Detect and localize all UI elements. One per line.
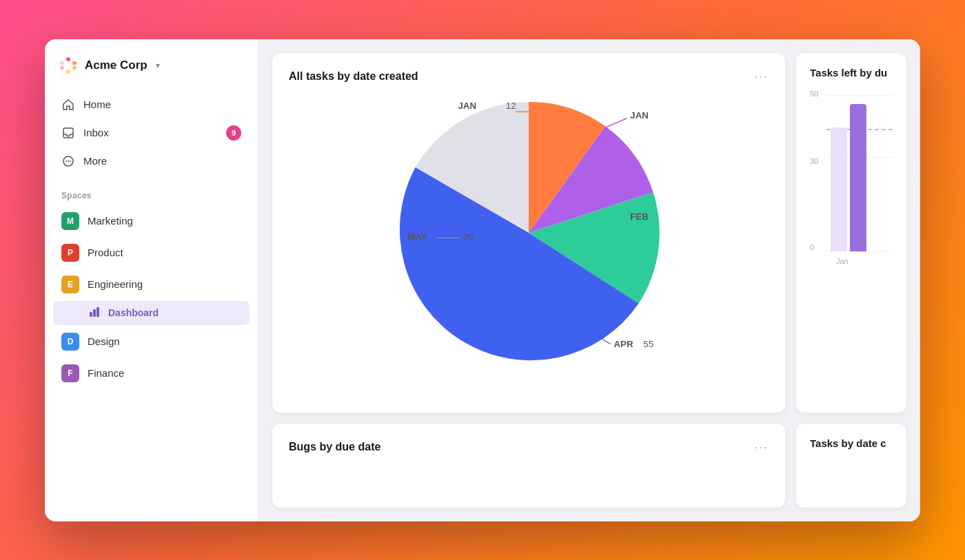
bugs-card-title: Bugs by due date <box>289 441 380 453</box>
dashboard-icon <box>89 307 100 320</box>
nav-more-label: More <box>83 155 107 167</box>
workspace-logo-icon <box>59 56 78 75</box>
y-label-30: 30 <box>810 157 818 165</box>
pie-chart-container: MAY 36 JAN 12 JAN 17 FEB 25 <box>289 95 769 371</box>
finance-icon: F <box>61 364 79 382</box>
workspace-name: Acme Corp <box>85 59 148 72</box>
y-label-0: 0 <box>810 243 814 251</box>
svg-point-9 <box>68 160 69 162</box>
svg-rect-13 <box>96 307 99 317</box>
space-engineering-label: Engineering <box>88 278 143 290</box>
nav-items: Home Inbox 9 <box>45 92 258 174</box>
pie-card-title: All tasks by date created <box>289 70 418 83</box>
bar-group <box>831 96 866 251</box>
tasks-by-date-title: Tasks by date c <box>810 437 893 449</box>
may-label: MAY <box>407 231 427 241</box>
svg-point-0 <box>66 57 70 61</box>
pie-chart-svg: MAY 36 JAN 12 JAN 17 FEB 25 <box>398 102 660 364</box>
tasks-left-title: Tasks left by du <box>810 67 893 79</box>
sidebar: Acme Corp ▾ Home Inbox <box>45 39 258 521</box>
space-product-label: Product <box>88 247 123 258</box>
grid-line-60 <box>826 95 893 96</box>
pie-card-header: All tasks by date created ··· <box>289 70 769 84</box>
space-marketing-label: Marketing <box>88 215 133 227</box>
apr-value: 55 <box>643 339 653 349</box>
tasks-by-date-card: Tasks by date c <box>796 424 906 508</box>
y-label-60: 60 <box>810 90 818 98</box>
bugs-card-header: Bugs by due date ··· <box>289 440 769 455</box>
app-window: Acme Corp ▾ Home Inbox <box>45 39 920 521</box>
svg-point-4 <box>60 65 64 70</box>
space-item-design[interactable]: D Design <box>53 326 250 357</box>
nav-item-inbox[interactable]: Inbox 9 <box>53 119 250 147</box>
bar-chart-area: 60 30 0 Jan <box>810 90 893 269</box>
workspace-chevron: ▾ <box>156 61 160 70</box>
pie-card-menu[interactable]: ··· <box>754 70 769 84</box>
nav-item-more[interactable]: More <box>53 148 250 174</box>
inbox-badge: 9 <box>226 125 241 141</box>
spaces-section-label: Spaces <box>45 191 258 206</box>
sub-item-dashboard[interactable]: Dashboard <box>53 301 250 325</box>
bugs-card-menu[interactable]: ··· <box>754 440 769 455</box>
x-label-jan: Jan <box>836 257 849 265</box>
product-icon: P <box>61 244 79 262</box>
jan17-label: JAN <box>630 110 649 120</box>
jan12-value: 12 <box>506 102 516 110</box>
jan17-line <box>604 118 627 127</box>
bar-light <box>831 127 847 251</box>
space-item-marketing[interactable]: M Marketing <box>53 206 250 236</box>
home-icon <box>61 98 75 112</box>
nav-inbox-label: Inbox <box>83 127 109 138</box>
svg-point-5 <box>60 61 64 65</box>
bugs-by-due-card: Bugs by due date ··· <box>272 424 785 508</box>
space-item-product[interactable]: P Product <box>53 238 250 268</box>
engineering-icon: E <box>61 276 79 293</box>
nav-home-label: Home <box>83 98 111 110</box>
workspace-header[interactable]: Acme Corp ▾ <box>45 56 258 92</box>
space-item-engineering[interactable]: E Engineering <box>53 269 250 300</box>
space-design-label: Design <box>88 335 120 347</box>
inbox-icon <box>61 126 75 140</box>
marketing-icon: M <box>61 212 79 230</box>
nav-item-home[interactable]: Home <box>53 92 250 118</box>
svg-rect-12 <box>93 309 96 317</box>
svg-point-2 <box>72 65 77 70</box>
space-finance-label: Finance <box>88 367 124 379</box>
svg-point-8 <box>65 160 67 162</box>
jan12-label: JAN <box>458 102 476 110</box>
dashboard-label: Dashboard <box>108 307 159 318</box>
may-value: 36 <box>463 231 474 241</box>
apr-label: APR <box>614 339 633 349</box>
more-icon <box>61 154 75 168</box>
svg-point-10 <box>70 160 71 162</box>
bar-main <box>850 104 866 251</box>
spaces-list: M Marketing P Product E Engineering <box>45 206 258 388</box>
tasks-left-panel: Tasks left by du 60 30 0 <box>796 53 906 413</box>
main-content: All tasks by date created ··· <box>258 39 920 521</box>
design-icon: D <box>61 333 79 351</box>
space-item-finance[interactable]: F Finance <box>53 358 250 388</box>
feb-label: FEB <box>630 211 649 222</box>
svg-point-1 <box>72 61 77 65</box>
svg-point-3 <box>66 70 70 74</box>
pie-chart-card: All tasks by date created ··· <box>272 53 785 413</box>
svg-rect-11 <box>90 312 92 317</box>
